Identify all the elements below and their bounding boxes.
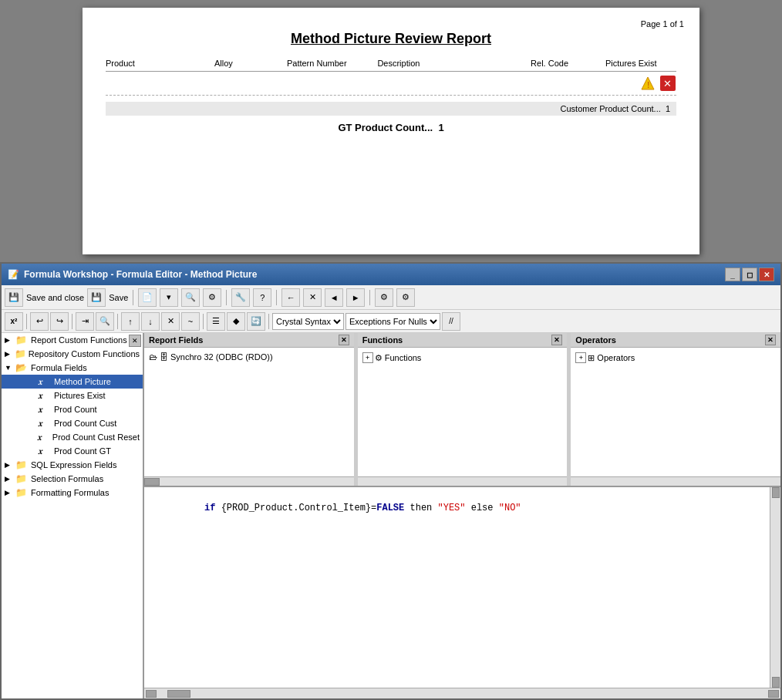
gear1[interactable]: ⚙ xyxy=(375,288,393,307)
arrow-tilde[interactable]: ~ xyxy=(181,312,200,331)
warning-icon: ! xyxy=(639,75,656,92)
folder-icon5: 📁 xyxy=(15,473,29,484)
expand-box-operators[interactable]: + xyxy=(575,352,586,363)
code-yes-string: "YES" xyxy=(438,503,466,513)
functions-content: + ⚙ Functions xyxy=(358,348,568,476)
tree-item-prod-count-cust-reset[interactable]: 𝒙 Prod Count Cust Reset xyxy=(2,430,143,444)
code-if-keyword: if xyxy=(204,503,221,513)
restore-button[interactable]: ◻ xyxy=(742,268,757,281)
expand-box-functions[interactable]: + xyxy=(362,352,373,363)
tree-item-selection-formulas[interactable]: ▶ 📁 Selection Formulas xyxy=(2,472,143,486)
tree-item-pictures-exist[interactable]: 𝒙 Pictures Exist xyxy=(2,389,143,402)
move-right[interactable]: ► xyxy=(346,288,365,307)
hscroll-thumb[interactable] xyxy=(144,478,160,486)
arrow-dn2[interactable]: ↓ xyxy=(141,312,160,331)
formatting-formulas-label: Formatting Formulas xyxy=(31,488,109,497)
comment-btn[interactable]: // xyxy=(442,312,460,331)
prod-count-label: Prod Count xyxy=(54,405,97,414)
new-dropdown[interactable]: ▾ xyxy=(160,288,178,307)
code-field: {PROD_Product.Control_Item} xyxy=(221,503,371,513)
help-button[interactable]: ? xyxy=(253,288,271,307)
delete-button[interactable]: ✕ xyxy=(303,288,322,307)
formula-icon3: 𝒙 xyxy=(39,404,52,415)
db-icon: 🗄 xyxy=(160,352,168,362)
titlebar-text: Formula Workshop - Formula Editor - Meth… xyxy=(24,269,257,280)
new-button[interactable]: 📄 xyxy=(138,288,157,307)
tree-item-sql-expression-fields[interactable]: ▶ 📁 SQL Expression Fields xyxy=(2,458,143,472)
tree-item-report-custom-functions[interactable]: ▶ 📁 Report Custom Functions xyxy=(2,333,143,347)
tree-item-formatting-formulas[interactable]: ▶ 📁 Formatting Formulas xyxy=(2,486,143,500)
titlebar-left: 📝 Formula Workshop - Formula Editor - Me… xyxy=(8,269,257,280)
sep3 xyxy=(276,290,277,305)
operators-hscroll[interactable] xyxy=(571,476,780,486)
functions-hscroll[interactable] xyxy=(358,476,568,486)
gear2[interactable]: ⚙ xyxy=(396,288,415,307)
selection-formulas-label: Selection Formulas xyxy=(31,474,103,483)
tree-close-btn[interactable]: ✕ xyxy=(129,335,141,347)
functions-close[interactable]: ✕ xyxy=(551,335,562,345)
arrow-x[interactable]: ✕ xyxy=(161,312,180,331)
hscroll-left[interactable] xyxy=(146,690,157,698)
tree-item-prod-count[interactable]: 𝒙 Prod Count xyxy=(2,402,143,416)
search-btn[interactable]: 🔍 xyxy=(96,312,114,331)
tree-item-prod-count-gt[interactable]: 𝒙 Prod Count GT xyxy=(2,444,143,458)
undo-btn[interactable]: ↩ xyxy=(30,312,49,331)
save-close-label: Save and close xyxy=(26,293,84,302)
list-btn[interactable]: ☰ xyxy=(207,312,225,331)
minimize-button[interactable]: _ xyxy=(725,268,740,281)
expand-icon11: ▶ xyxy=(5,475,15,483)
sep9 xyxy=(268,314,269,329)
functions-expand[interactable]: + ⚙ Functions xyxy=(361,351,565,365)
formula-workshop-window: 📝 Formula Workshop - Formula Editor - Me… xyxy=(0,262,782,700)
vscroll-up[interactable] xyxy=(772,487,780,498)
col-alloy: Alloy xyxy=(214,59,287,68)
tree-item-repository-custom-functions[interactable]: ▶ 📁 Repository Custom Functions xyxy=(2,347,143,361)
arrow-left[interactable]: ← xyxy=(281,288,300,307)
formula-editor-icon: 📝 xyxy=(8,269,19,280)
formula-icon6: 𝒙 xyxy=(39,446,52,456)
functions-tree-label: Functions xyxy=(385,353,422,362)
x2-btn[interactable]: x² xyxy=(5,312,23,331)
highlight-btn[interactable]: ◆ xyxy=(227,312,245,331)
operators-expand[interactable]: + ⊞ Operators xyxy=(574,351,777,365)
arrow-up2[interactable]: ↑ xyxy=(121,312,140,331)
code-hscroll[interactable] xyxy=(144,688,780,698)
tree-item-formula-fields[interactable]: ▼ 📂 Formula Fields xyxy=(2,361,143,375)
operators-close[interactable]: ✕ xyxy=(765,335,776,345)
col-product: Product xyxy=(106,59,214,68)
save-small-icon[interactable]: 💾 xyxy=(87,288,106,307)
window-controls[interactable]: _ ◻ ✕ xyxy=(725,268,774,281)
hscroll-right[interactable] xyxy=(768,690,779,698)
wrench-button[interactable]: 🔧 xyxy=(231,288,250,307)
toolbar-2: x² ↩ ↪ ⇥ 🔍 ↑ ↓ ✕ ~ ☰ ◆ 🔄 Crystal Syntax … xyxy=(2,310,780,333)
code-vscroll[interactable] xyxy=(770,487,780,688)
syntax-select[interactable]: Crystal Syntax xyxy=(272,313,344,330)
repository-custom-functions-label: Repository Custom Functions xyxy=(29,349,140,358)
redo-btn[interactable]: ↪ xyxy=(50,312,69,331)
report-fields-expand[interactable]: 🗁 🗄 Synchro 32 (ODBC (RDO)) xyxy=(147,351,351,363)
code-content[interactable]: if {PROD_Product.Control_Item}=FALSE the… xyxy=(144,487,770,688)
sep2 xyxy=(226,290,227,305)
check-button[interactable]: ⚙ xyxy=(203,288,221,307)
move-left[interactable]: ◄ xyxy=(325,288,343,307)
exceptions-select[interactable]: Exceptions For Nulls xyxy=(345,313,440,330)
hscroll-thumb-code[interactable] xyxy=(167,690,190,698)
sep7 xyxy=(117,314,118,329)
tree-item-method-picture[interactable]: 𝒙 Method Picture xyxy=(2,375,143,389)
tree-item-prod-count-cust[interactable]: 𝒙 Prod Count Cust xyxy=(2,416,143,430)
indent-btn[interactable]: ⇥ xyxy=(76,312,94,331)
refresh-btn[interactable]: 🔄 xyxy=(247,312,265,331)
report-fields-close[interactable]: ✕ xyxy=(339,335,349,345)
report-preview: Page 1 of 1 Method Picture Review Report… xyxy=(0,0,782,262)
report-fields-panel: Report Fields ✕ 🗁 🗄 Synchro 32 (ODBC (RD… xyxy=(144,333,355,486)
report-fields-hscroll[interactable] xyxy=(144,476,354,486)
report-icons-row: ! ✕ xyxy=(106,72,676,96)
sep4 xyxy=(369,290,370,305)
vscroll-down[interactable] xyxy=(772,677,780,688)
formula-fields-label: Formula Fields xyxy=(31,363,87,372)
save-icon[interactable]: 💾 xyxy=(5,288,23,307)
close-button[interactable]: ✕ xyxy=(759,268,774,281)
sep5 xyxy=(26,314,27,329)
browse-button[interactable]: 🔍 xyxy=(181,288,200,307)
close-icon: ✕ xyxy=(659,75,676,92)
